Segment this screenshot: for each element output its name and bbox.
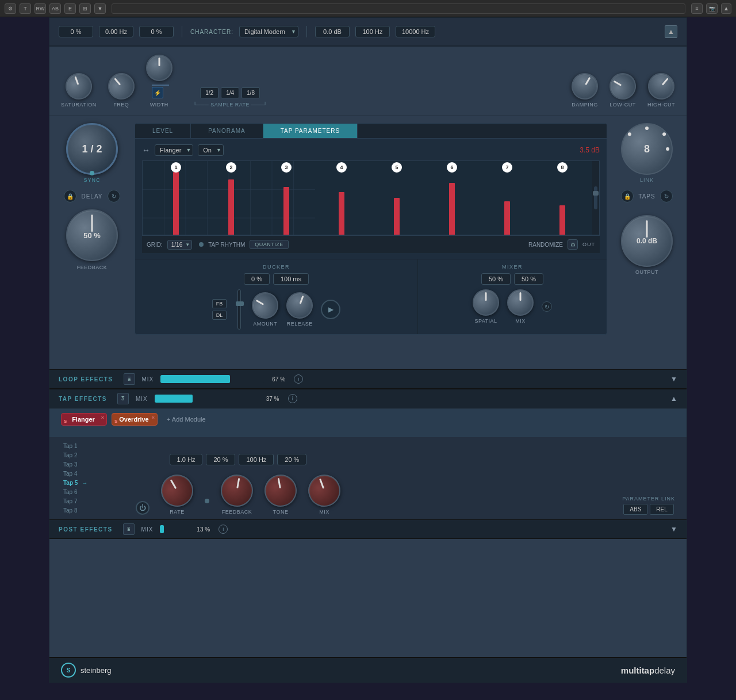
post-info-icon[interactable]: i [218, 525, 228, 534]
tap-lock-btn[interactable]: a̅ [117, 393, 129, 404]
os-btn-1[interactable]: ⚙ [5, 3, 16, 14]
flanger-close[interactable]: × [101, 415, 104, 420]
highcut-knob[interactable] [643, 68, 680, 105]
os-btn-7[interactable]: ▼ [94, 3, 106, 14]
tap-bar-1[interactable]: 1 [148, 161, 204, 235]
loop-expand-arrow[interactable]: ▼ [670, 375, 677, 383]
taps-lock-btn[interactable]: 🔒 [621, 190, 634, 202]
mix-refresh-btn[interactable]: ↻ [542, 301, 552, 312]
freq-knob[interactable] [102, 68, 140, 105]
ducker-amount-box[interactable]: 0 % [244, 273, 270, 285]
tap-item-6[interactable]: Tap 6 [61, 488, 101, 496]
tap-mix-knob[interactable] [304, 470, 345, 511]
overdrive-close[interactable]: × [152, 415, 155, 420]
tap-item-2[interactable]: Tap 2 [61, 451, 101, 460]
on-dropdown[interactable]: On ▼ [198, 144, 224, 156]
mix-value-box[interactable]: 20 % [277, 454, 306, 465]
tap-slider-thumb[interactable] [593, 191, 599, 196]
randomize-gear-btn[interactable]: ⚙ [568, 239, 578, 250]
os-expand-btn[interactable]: ▲ [721, 3, 731, 14]
header-expand-btn[interactable]: ▲ [665, 25, 677, 38]
header-param-3[interactable]: 0 % [139, 26, 174, 37]
header-param-1[interactable]: 0 % [59, 26, 93, 37]
sync-knob[interactable]: 1 / 2 [66, 123, 118, 175]
tap-bar-6[interactable]: 6 [424, 161, 480, 235]
tab-tap-parameters[interactable]: TAP PARAMETERS [263, 124, 358, 138]
os-btn-2[interactable]: T [20, 3, 31, 14]
amount-knob[interactable] [247, 288, 283, 324]
tap-item-5[interactable]: Tap 5 → [61, 479, 101, 487]
vert-slider-thumb[interactable] [236, 301, 244, 306]
feedback-value-box[interactable]: 20 % [206, 454, 235, 465]
tap-info-icon[interactable]: i [288, 394, 297, 403]
tap-item-8[interactable]: Tap 8 [61, 506, 101, 515]
flanger-module[interactable]: × Flanger S [61, 413, 107, 426]
post-lock-btn[interactable]: a̅ [123, 523, 135, 535]
tap-bar-4[interactable]: 4 [314, 161, 369, 235]
rate-value-box[interactable]: 1.0 Hz [170, 454, 203, 465]
loop-info-icon[interactable]: i [294, 374, 303, 384]
loop-effects-section[interactable]: LOOP EFFECTS a̅ MIX 67 % i ▼ [49, 369, 687, 389]
delay-lock-btn[interactable]: 🔒 [64, 190, 76, 202]
os-btn-3[interactable]: RW [34, 3, 46, 14]
frac-btn-half[interactable]: 1/2 [200, 87, 218, 98]
abs-btn[interactable]: ABS [623, 504, 647, 515]
quantize-btn[interactable]: QUANTIZE [250, 240, 289, 249]
tap-effects-section[interactable]: TAP EFFECTS a̅ MIX 37 % i ▲ [49, 389, 687, 408]
rate-knob[interactable] [155, 469, 199, 512]
rel-btn[interactable]: REL [650, 504, 673, 515]
mixer-spatial-box[interactable]: 50 % [481, 273, 511, 285]
vert-slider-track[interactable] [237, 289, 241, 330]
os-camera-btn[interactable]: 📷 [706, 3, 718, 14]
taps-refresh-btn[interactable]: ↻ [660, 190, 673, 202]
os-btn-4[interactable]: AB [49, 3, 61, 14]
flanger-dropdown[interactable]: Flanger ▼ [155, 144, 193, 156]
frac-btn-quarter[interactable]: 1/4 [221, 87, 239, 98]
header-param-4[interactable]: 0.0 dB [315, 26, 350, 37]
tap-bar-5[interactable]: 5 [369, 161, 424, 235]
tap-bar-3[interactable]: 3 [259, 161, 314, 235]
link-knob[interactable]: 8 [621, 123, 673, 175]
tap-bar-8[interactable]: 8 [535, 161, 590, 235]
os-btn-5[interactable]: E [64, 3, 76, 14]
feedback-knob[interactable]: 50 % [66, 209, 118, 261]
tab-level[interactable]: LEVEL [135, 124, 191, 138]
add-module-btn[interactable]: + Add Module [162, 414, 210, 425]
tap-slider[interactable] [592, 161, 599, 235]
tap-item-1[interactable]: Tap 1 [61, 442, 101, 450]
tap-bar-7[interactable]: 7 [480, 161, 535, 235]
damping-knob[interactable] [567, 68, 603, 105]
output-knob[interactable]: 0.0 dB [621, 215, 673, 267]
tone-knob[interactable] [262, 472, 300, 510]
delay-refresh-btn[interactable]: ↻ [108, 190, 120, 202]
tap-expand-arrow[interactable]: ▲ [670, 395, 677, 403]
tap-item-3[interactable]: Tap 3 [61, 460, 101, 469]
saturation-knob[interactable] [62, 70, 95, 104]
mix-knob[interactable] [507, 289, 534, 316]
tap-item-7[interactable]: Tap 7 [61, 497, 101, 506]
header-param-6[interactable]: 10000 Hz [396, 26, 435, 37]
tap-feedback-knob[interactable] [218, 472, 256, 510]
lowcut-knob[interactable] [605, 68, 641, 105]
mixer-mix-box[interactable]: 50 % [514, 273, 543, 285]
os-dropdown-btn[interactable]: ≡ [691, 3, 703, 14]
tap-bar-2[interactable]: 2 [204, 161, 259, 235]
tap-item-4[interactable]: Tap 4 [61, 469, 101, 478]
os-btn-6[interactable]: ⊞ [79, 3, 91, 14]
fb-btn[interactable]: FB [212, 299, 227, 308]
ducker-release-box[interactable]: 100 ms [273, 273, 309, 285]
play-btn[interactable]: ▶ [321, 300, 340, 319]
overdrive-module[interactable]: × Overdrive S [112, 413, 158, 426]
frac-btn-eighth[interactable]: 1/8 [241, 87, 260, 98]
tab-panorama[interactable]: PANORAMA [191, 124, 263, 138]
tone-value-box[interactable]: 100 Hz [239, 454, 274, 465]
dl-btn[interactable]: DL [212, 311, 227, 320]
release-knob[interactable] [283, 289, 317, 323]
lightning-btn[interactable]: ⚡ [152, 87, 163, 98]
power-btn[interactable]: ⏻ [136, 501, 150, 515]
width-knob[interactable] [146, 55, 172, 81]
character-dropdown[interactable]: Digital Modern ▼ [239, 26, 298, 37]
tap-arrow-icon[interactable]: ↔ [142, 146, 150, 155]
post-expand-arrow[interactable]: ▼ [670, 525, 677, 533]
grid-dropdown[interactable]: 1/16 ▼ [167, 240, 192, 250]
